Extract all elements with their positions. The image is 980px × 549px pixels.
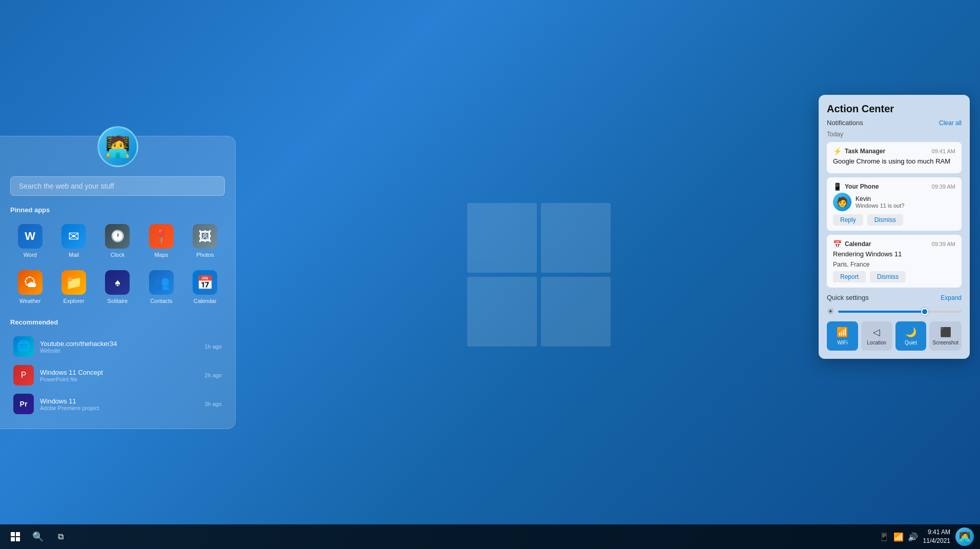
recommended-title: Recommended (10, 318, 225, 326)
volume-icon[interactable]: 🔊 (908, 532, 918, 542)
rec-item-youtube[interactable]: 🌐 Youtube.com/thehacker34 Website 1h ago (10, 332, 225, 361)
app-contacts[interactable]: 👥 Contacts (141, 266, 181, 308)
app-clock[interactable]: 🕐 Clock (98, 220, 137, 262)
search-input[interactable] (10, 176, 225, 196)
dismiss-button-phone[interactable]: Dismiss (867, 214, 903, 226)
quiet-label: Quiet (905, 340, 917, 345)
rec-youtube-info: Youtube.com/thehacker34 Website (40, 340, 198, 354)
weather-icon: 🌤 (18, 270, 43, 295)
app-contacts-label: Contacts (150, 298, 172, 304)
app-explorer-label: Explorer (64, 298, 85, 304)
qs-screenshot-tile[interactable]: ⬛ Screenshot (929, 321, 962, 351)
clock-display[interactable]: 9:41 AM 11/4/2021 (923, 528, 950, 545)
notif-tm-body: Google Chrome is using too much RAM (833, 157, 955, 165)
notif-phone-time: 09:39 AM (932, 184, 955, 190)
notif-calendar[interactable]: 📅 Calendar 09:39 AM Rendering Windows 11… (827, 235, 962, 288)
reply-button[interactable]: Reply (833, 214, 863, 226)
svg-rect-3 (16, 537, 20, 541)
qs-location-tile[interactable]: ◁ Location (861, 321, 892, 351)
notif-cal-header: 📅 Calendar 09:39 AM (833, 240, 955, 248)
dismiss-button-cal[interactable]: Dismiss (870, 271, 906, 282)
phone-tray-icon[interactable]: 📱 (879, 532, 889, 542)
taskbar: 🔍 ⧉ 📱 📶 🔊 9:41 AM 11/4/2021 🧑‍💻 (0, 524, 980, 549)
report-button[interactable]: Report (833, 271, 866, 282)
sys-tray: 📱 📶 🔊 (879, 532, 918, 542)
rec-win11concept-sub: PowerPoint file (40, 376, 198, 382)
user-avatar[interactable]: 🧑‍💻 (97, 126, 138, 167)
taskbar-time: 9:41 AM (928, 528, 950, 537)
taskbar-avatar[interactable]: 🧑‍💻 (955, 527, 974, 546)
taskview-icon: ⧉ (58, 532, 64, 541)
notifications-label: Notifications (827, 119, 863, 127)
notif-phone-message: Windows 11 is out? (856, 202, 904, 209)
photos-icon: 🖼 (193, 224, 217, 249)
expand-button[interactable]: Expand (941, 294, 962, 301)
app-photos-label: Photos (196, 252, 214, 258)
rec-edge-icon: 🌐 (13, 336, 34, 357)
rec-win11-sub: Adobe Premiere project (40, 405, 198, 411)
calendar-notif-icon: 📅 (833, 240, 842, 248)
qs-wifi-tile[interactable]: 📶 WiFi (827, 321, 858, 351)
ac-header: Notifications Clear all (827, 119, 962, 127)
app-word-label: Word (24, 252, 37, 258)
app-explorer[interactable]: 📁 Explorer (54, 266, 93, 308)
quick-settings-label: Quick settings (827, 294, 869, 301)
rec-win11concept-name: Windows 11 Concept (40, 369, 198, 376)
maps-icon: 📍 (149, 224, 174, 249)
rec-ppt-icon: P (13, 365, 34, 385)
network-icon[interactable]: 📶 (893, 532, 904, 542)
notif-cal-app-row: 📅 Calendar (833, 240, 871, 248)
brightness-row: ☀ (827, 307, 962, 316)
rec-youtube-sub: Website (40, 348, 198, 354)
app-weather[interactable]: 🌤 Weather (10, 266, 50, 308)
notif-phone-actions: Reply Dismiss (833, 214, 955, 226)
app-maps[interactable]: 📍 Maps (141, 220, 181, 262)
quiet-icon: 🌙 (905, 327, 916, 338)
notif-task-manager[interactable]: ⚡ Task Manager 09:41 AM Google Chrome is… (827, 142, 962, 173)
screenshot-label: Screenshot (932, 340, 958, 345)
qs-quiet-tile[interactable]: 🌙 Quiet (895, 321, 927, 351)
clear-all-button[interactable]: Clear all (939, 119, 962, 127)
action-center-title: Action Center (827, 103, 962, 115)
notif-phone-sender: Kevin (856, 195, 904, 202)
rec-win11-info: Windows 11 Adobe Premiere project (40, 397, 198, 411)
taskbar-right: 📱 📶 🔊 9:41 AM 11/4/2021 🧑‍💻 (879, 527, 974, 546)
rec-item-win11concept[interactable]: P Windows 11 Concept PowerPoint file 2h … (10, 361, 225, 390)
app-photos[interactable]: 🖼 Photos (185, 220, 225, 262)
taskbar-left: 🔍 ⧉ (6, 527, 70, 546)
wifi-label: WiFi (837, 340, 847, 345)
notif-cal-sub: Paris, France (833, 261, 955, 268)
rec-win11concept-time: 2h ago (204, 372, 222, 378)
calendar-app-icon: 📅 (193, 270, 217, 295)
taskview-button[interactable]: ⧉ (51, 527, 70, 546)
notif-cal-actions: Report Dismiss (833, 271, 955, 282)
app-weather-label: Weather (19, 298, 40, 304)
recommended-section: Recommended 🌐 Youtube.com/thehacker34 We… (10, 318, 225, 418)
phone-app-icon: 📱 (833, 182, 842, 191)
app-clock-label: Clock (111, 252, 125, 258)
notif-tm-app-row: ⚡ Task Manager (833, 147, 885, 155)
screenshot-icon: ⬛ (940, 327, 951, 338)
rec-item-win11[interactable]: Pr Windows 11 Adobe Premiere project 3h … (10, 390, 225, 418)
search-taskbar-button[interactable]: 🔍 (29, 527, 47, 546)
app-mail[interactable]: ✉ Mail (54, 220, 93, 262)
quick-settings-header: Quick settings Expand (827, 294, 962, 301)
notif-tm-time: 09:41 AM (932, 148, 955, 154)
app-word[interactable]: W Word (10, 220, 50, 262)
windows-logo-bg (467, 203, 611, 347)
notif-phone-msg-content: Kevin Windows 11 is out? (856, 195, 904, 209)
notif-phone-name: Your Phone (845, 183, 879, 190)
notif-phone-msg-row: 🧑 Kevin Windows 11 is out? (833, 193, 955, 211)
quick-settings-tiles: 📶 WiFi ◁ Location 🌙 Quiet ⬛ Screenshot (827, 321, 962, 351)
clock-icon: 🕐 (105, 224, 130, 249)
app-solitaire[interactable]: ♠ Solitaire (98, 266, 137, 308)
today-label: Today (827, 131, 962, 138)
wifi-icon: 📶 (837, 327, 848, 338)
word-icon: W (18, 224, 43, 249)
pinned-apps-title: Pinned apps (10, 206, 225, 214)
brightness-slider[interactable] (838, 311, 962, 313)
app-calendar[interactable]: 📅 Calendar (185, 266, 225, 308)
start-button[interactable] (6, 527, 25, 546)
notif-your-phone[interactable]: 📱 Your Phone 09:39 AM 🧑 Kevin Windows 11… (827, 177, 962, 231)
pinned-apps-grid: W Word ✉ Mail 🕐 Clock 📍 Maps 🖼 Photos 🌤 … (10, 220, 225, 308)
